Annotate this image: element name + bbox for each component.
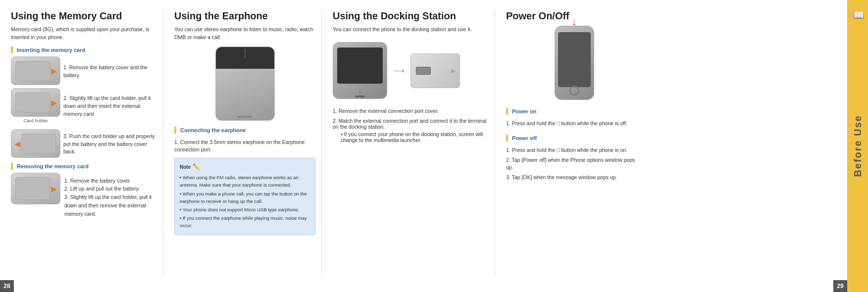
remove-step-3: 3. Slightly lift up the card holder, pul… (64, 193, 157, 218)
arrow-right-icon-2: ▶ (51, 97, 57, 107)
page-number-right: 29 (833, 280, 847, 292)
earphone-note-box: Note ✏️ When using the FM radio, stereo … (174, 158, 315, 235)
insert-step-2-text: 2. Slightly lift up the card holder, pul… (63, 93, 157, 118)
step1-image: ▶ (11, 56, 60, 85)
sidebar: 📖 Before Use (847, 0, 868, 292)
power-off-step-1: 1. Press and hold the □ button while the… (506, 145, 643, 154)
docking-arrow-icon: ⟶ (393, 66, 405, 75)
note-item-4: If you connect the earphone while playin… (180, 214, 310, 229)
remove-step-2: 2. Lift up and pull out the battery. (64, 185, 157, 193)
connecting-heading: Connecting the earphone (174, 127, 315, 134)
docking-phone-image: ↓ (333, 42, 387, 99)
arrow-left-icon: ◀ (14, 139, 20, 148)
inserting-heading: Inserting the memory card (11, 47, 157, 53)
remove-step-1: 1. Remove the battery cover. (64, 177, 157, 185)
memory-card-desc: Memory card (8G), which is supplied upon… (11, 26, 157, 42)
power-on-section: Power on 1. Press and hold the □ button … (506, 108, 643, 128)
main-content: 28 Using the Memory Card Memory card (8G… (0, 0, 868, 292)
power-on-step: 1. Press and hold the □ button while the… (506, 118, 643, 128)
removing-steps: 1. Remove the battery cover. 2. Lift up … (64, 177, 157, 218)
sidebar-label: Before Use (852, 115, 864, 177)
power-off-step-2: 2. Tap [Power off] when the Phone option… (506, 154, 643, 172)
sidebar-icon: 📖 (853, 10, 864, 21)
arrow-right-icon: ▶ (51, 66, 57, 75)
power-off-section: Power off 1. Press and hold the □ button… (506, 135, 643, 182)
insert-step-3: ◀ 3. Push the card holder up and properl… (11, 129, 157, 158)
docking-step-2: 2. Match the external connection port an… (333, 118, 489, 143)
note-icon: ✏️ (193, 162, 200, 172)
earphone-device-image (215, 47, 275, 121)
earphone-step-1: 1. Connect the 3.5mm stereo earphone on … (174, 137, 315, 154)
step2-image: ▶ (11, 88, 60, 117)
note-item-3: Your phone does not support Micro USB ty… (180, 206, 310, 213)
docking-step-1: 1. Remove the external connection port c… (333, 108, 489, 114)
removing-image: ▶ (11, 173, 60, 204)
arrow-right-icon-3: ▶ (51, 184, 57, 193)
note-item-1: When using the FM radio, stereo earphone… (180, 174, 310, 189)
power-off-heading: Power off (506, 135, 643, 142)
removing-section: ▶ 1. Remove the battery cover. 2. Lift u… (11, 173, 157, 218)
insert-step-3-text: 3. Push the card holder up and properly … (63, 131, 157, 156)
insert-step-1-text: 1. Remove the battery cover and the batt… (63, 62, 157, 80)
power-phone-image: ↓ (555, 26, 594, 100)
page-number-left: 28 (0, 280, 14, 292)
power-phone-image-area: ↓ (506, 26, 643, 100)
removing-heading: Removing the memory card (11, 163, 157, 170)
earphone-image-area (174, 47, 315, 121)
note-header: Note ✏️ (180, 162, 310, 172)
columns-container: Using the Memory Card Memory card (8G), … (0, 0, 847, 292)
power-off-step-3: 3. Tap [OK] when the message window pops… (506, 172, 643, 182)
insert-step-1: ▶ 1. Remove the battery cover and the ba… (11, 56, 157, 85)
power-on-heading: Power on (506, 108, 643, 115)
docking-image-area: ↓ ⟶ ▶ (333, 39, 489, 103)
card-holder-label: Card holder (23, 118, 48, 123)
insert-step-2: ▶ Card holder 2. Slightly lift up the ca… (11, 88, 157, 123)
step3-image: ◀ (11, 129, 60, 158)
earphone-section: Using the Earphone You can use stereo ea… (168, 10, 322, 277)
docking-section: Using the Docking Station You can connec… (327, 10, 495, 277)
note-item-2: When you make a phone call, you can tap … (180, 190, 310, 205)
earphone-desc: You can use stereo earphone to listen to… (174, 26, 315, 42)
memory-card-section: Using the Memory Card Memory card (8G), … (5, 10, 163, 277)
docking-desc: You can connect the phone to the docking… (333, 26, 489, 34)
earphone-title: Using the Earphone (174, 10, 315, 22)
docking-connector-image: ▶ (410, 53, 460, 88)
power-section: Power On/Off ↓ Power on 1. Press and hol… (500, 10, 649, 277)
memory-card-title: Using the Memory Card (11, 10, 157, 22)
docking-title: Using the Docking Station (333, 10, 489, 22)
